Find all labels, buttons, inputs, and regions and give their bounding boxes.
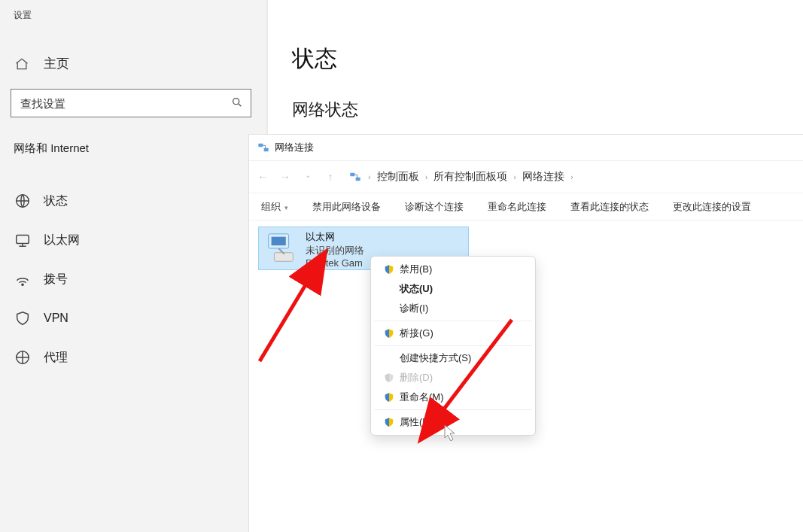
sidebar-nav-list: 状态 以太网 拨号 VPN <box>0 181 266 377</box>
cm-properties[interactable]: 属性(R) <box>371 412 535 432</box>
sidebar-item-label: 代理 <box>44 350 68 366</box>
network-connections-icon <box>348 170 362 184</box>
status-icon <box>14 192 32 210</box>
cm-status[interactable]: 状态(U) <box>371 279 535 299</box>
proxy-icon <box>14 348 32 366</box>
chevron-right-icon: › <box>570 172 573 181</box>
svg-rect-7 <box>350 173 354 177</box>
breadcrumb-item[interactable]: 所有控制面板项 <box>433 170 507 184</box>
svg-rect-10 <box>272 237 286 246</box>
sidebar-item-label: VPN <box>44 312 68 325</box>
ethernet-icon <box>14 231 32 249</box>
home-icon <box>14 56 30 72</box>
search-icon <box>231 96 243 111</box>
back-button[interactable]: ← <box>257 171 269 183</box>
toolbar-diagnose[interactable]: 诊断这个连接 <box>405 200 464 214</box>
network-connections-icon <box>257 141 270 154</box>
breadcrumb-item[interactable]: 网络连接 <box>522 170 564 184</box>
recent-dropdown-icon[interactable]: ⌄ <box>302 171 314 183</box>
svg-rect-8 <box>356 178 360 181</box>
shield-icon <box>382 328 397 339</box>
cm-separator <box>374 321 532 321</box>
cm-status-label: 状态(U) <box>400 282 433 296</box>
dialup-icon <box>14 270 32 288</box>
search-input[interactable] <box>19 96 231 111</box>
toolbar-organize-label: 组织 <box>261 201 281 212</box>
chevron-right-icon: › <box>425 172 428 181</box>
svg-rect-2 <box>17 236 29 244</box>
cm-disable[interactable]: 禁用(B) <box>371 260 535 279</box>
cm-separator <box>374 409 532 410</box>
home-label: 主页 <box>44 55 69 72</box>
adapter-status: 未识别的网络 <box>306 244 364 257</box>
toolbar-rename[interactable]: 重命名此连接 <box>488 200 546 214</box>
cm-diagnose-label: 诊断(I) <box>400 302 428 315</box>
forward-button[interactable]: → <box>279 171 291 183</box>
svg-rect-6 <box>264 148 269 152</box>
toolbar-view-status[interactable]: 查看此连接的状态 <box>570 200 649 214</box>
chevron-down-icon: ▾ <box>282 204 288 211</box>
svg-rect-5 <box>258 144 263 147</box>
page-subtitle: 网络状态 <box>292 99 803 121</box>
svg-point-0 <box>233 98 239 104</box>
toolbar-organize[interactable]: 组织 ▾ <box>261 200 288 214</box>
toolbar-disable-device[interactable]: 禁用此网络设备 <box>312 200 381 214</box>
explorer-title-text: 网络连接 <box>275 141 314 154</box>
up-button[interactable]: ↑ <box>324 171 336 183</box>
adapter-text: 以太网 未识别的网络 Realtek Gam <box>306 230 364 270</box>
chevron-right-icon: › <box>513 172 516 181</box>
cm-bridge[interactable]: 桥接(G) <box>371 324 535 343</box>
cm-rename-label: 重命名(M) <box>400 391 444 404</box>
sidebar-item-vpn[interactable]: VPN <box>0 299 266 338</box>
adapter-device: Realtek Gam <box>306 257 364 270</box>
page-title: 状态 <box>292 44 803 74</box>
cm-rename[interactable]: 重命名(M) <box>371 388 535 407</box>
cm-properties-label: 属性(R) <box>400 415 433 429</box>
shield-icon <box>382 392 397 403</box>
shield-icon <box>382 372 397 383</box>
explorer-address-bar: ← → ⌄ ↑ › 控制面板 › 所有控制面板项 › 网络连接 › <box>249 160 803 193</box>
sidebar-item-label: 状态 <box>44 193 68 209</box>
toolbar-change-settings[interactable]: 更改此连接的设置 <box>673 200 751 214</box>
vpn-icon <box>14 309 32 327</box>
shield-icon <box>382 417 397 427</box>
cm-bridge-label: 桥接(G) <box>400 327 433 340</box>
explorer-toolbar: 组织 ▾ 禁用此网络设备 诊断这个连接 重命名此连接 查看此连接的状态 更改此连… <box>249 193 803 220</box>
cm-delete: 删除(D) <box>371 368 535 388</box>
chevron-right-icon: › <box>368 172 371 181</box>
cm-disable-label: 禁用(B) <box>400 263 432 276</box>
sidebar-item-home[interactable]: 主页 <box>14 55 266 72</box>
cm-separator <box>374 345 532 346</box>
settings-sidebar: 设置 主页 网络和 Internet 状态 <box>0 0 268 532</box>
adapter-icon <box>263 230 300 266</box>
sidebar-item-status[interactable]: 状态 <box>0 181 266 220</box>
context-menu: 禁用(B) 状态(U) 诊断(I) 桥接(G) 创建快捷方式(S) 删除(D) … <box>370 256 536 436</box>
sidebar-item-dialup[interactable]: 拨号 <box>0 260 266 299</box>
explorer-titlebar[interactable]: 网络连接 <box>249 135 803 160</box>
cm-shortcut[interactable]: 创建快捷方式(S) <box>371 348 535 368</box>
cm-delete-label: 删除(D) <box>400 371 433 385</box>
sidebar-section-label: 网络和 Internet <box>14 141 266 156</box>
shield-icon <box>382 264 397 275</box>
svg-point-3 <box>22 284 23 285</box>
breadcrumb[interactable]: › 控制面板 › 所有控制面板项 › 网络连接 › <box>348 170 573 184</box>
settings-main: 状态 网络状态 <box>268 0 803 121</box>
sidebar-item-label: 以太网 <box>44 233 80 248</box>
settings-app-title: 设置 <box>0 0 266 22</box>
adapter-name: 以太网 <box>306 230 364 244</box>
cm-diagnose[interactable]: 诊断(I) <box>371 299 535 318</box>
explorer-body[interactable]: 以太网 未识别的网络 Realtek Gam <box>249 220 803 233</box>
sidebar-item-label: 拨号 <box>44 272 68 287</box>
sidebar-item-proxy[interactable]: 代理 <box>0 338 266 377</box>
cm-shortcut-label: 创建快捷方式(S) <box>400 351 471 365</box>
nav-arrows: ← → ⌄ ↑ <box>257 171 336 183</box>
breadcrumb-item[interactable]: 控制面板 <box>377 170 419 184</box>
sidebar-item-ethernet[interactable]: 以太网 <box>0 220 266 260</box>
search-box[interactable] <box>11 89 251 117</box>
